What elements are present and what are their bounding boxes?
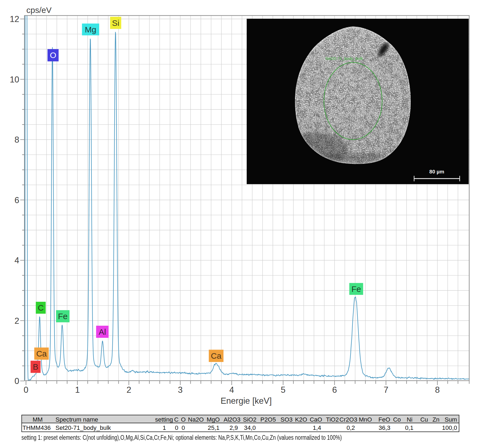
svg-text:8: 8 xyxy=(435,385,440,395)
svg-text:Energie [keV]: Energie [keV] xyxy=(221,396,272,406)
svg-text:0: 0 xyxy=(15,376,19,386)
svg-text:B: B xyxy=(33,362,38,371)
svg-text:cps/eV: cps/eV xyxy=(26,5,52,15)
svg-text:3: 3 xyxy=(178,385,183,395)
svg-text:Si: Si xyxy=(112,18,119,27)
svg-text:80 µm: 80 µm xyxy=(429,169,444,175)
svg-text:4: 4 xyxy=(229,385,234,395)
svg-text:O: O xyxy=(50,51,56,60)
svg-text:6: 6 xyxy=(332,385,337,395)
svg-text:10: 10 xyxy=(10,75,19,84)
svg-text:Mg: Mg xyxy=(85,25,96,34)
svg-text:C: C xyxy=(38,303,44,312)
svg-text:1: 1 xyxy=(75,385,80,395)
svg-text:2: 2 xyxy=(126,385,131,395)
svg-text:Al: Al xyxy=(99,327,106,336)
svg-text:Fe: Fe xyxy=(58,312,68,321)
svg-text:0: 0 xyxy=(24,385,28,395)
svg-text:Ca: Ca xyxy=(36,349,47,358)
svg-text:Fe: Fe xyxy=(351,284,361,294)
svg-text:8: 8 xyxy=(15,135,19,145)
svg-text:2: 2 xyxy=(15,316,19,326)
svg-text:12: 12 xyxy=(10,14,19,24)
svg-text:6: 6 xyxy=(15,195,19,205)
svg-text:5: 5 xyxy=(281,385,285,395)
svg-text:Set20-71_body_bulk: Set20-71_body_bulk xyxy=(325,56,363,61)
svg-text:7: 7 xyxy=(383,385,388,395)
svg-text:Ca: Ca xyxy=(211,351,222,360)
svg-text:4: 4 xyxy=(15,256,19,265)
